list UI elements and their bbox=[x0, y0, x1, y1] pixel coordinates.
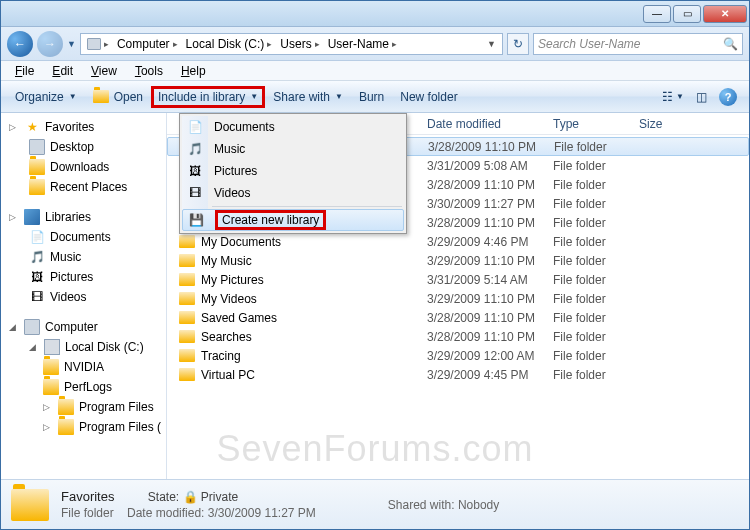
folder-icon bbox=[29, 159, 45, 175]
new-folder-button[interactable]: New folder bbox=[392, 86, 465, 108]
col-date[interactable]: Date modified bbox=[419, 117, 545, 131]
titlebar: — ▭ ✕ bbox=[1, 1, 749, 27]
menu-item-pictures[interactable]: 🖼Pictures bbox=[182, 160, 404, 182]
nav-music[interactable]: 🎵Music bbox=[1, 247, 166, 267]
nav-perflogs[interactable]: PerfLogs bbox=[1, 377, 166, 397]
details-pane: Favorites State: 🔒 Private File folder D… bbox=[1, 479, 749, 529]
file-date: 3/28/2009 11:10 PM bbox=[420, 140, 546, 154]
file-date: 3/29/2009 12:00 AM bbox=[419, 349, 545, 363]
folder-icon bbox=[11, 489, 49, 521]
menu-item-videos[interactable]: 🎞Videos bbox=[182, 182, 404, 204]
crumb-disk[interactable]: Local Disk (C:) bbox=[186, 37, 265, 51]
details-title: Favorites bbox=[61, 489, 114, 504]
menu-view[interactable]: View bbox=[83, 62, 125, 80]
file-type: File folder bbox=[545, 235, 631, 249]
table-row[interactable]: My Music3/29/2009 11:10 PMFile folder bbox=[167, 251, 749, 270]
preview-pane-button[interactable]: ◫ bbox=[690, 86, 713, 108]
nav-downloads[interactable]: Downloads bbox=[1, 157, 166, 177]
col-type[interactable]: Type bbox=[545, 117, 631, 131]
help-button[interactable]: ? bbox=[713, 84, 743, 110]
disk-icon bbox=[44, 339, 60, 355]
file-name: Tracing bbox=[201, 349, 241, 363]
minimize-button[interactable]: — bbox=[643, 5, 671, 23]
nav-documents[interactable]: 📄Documents bbox=[1, 227, 166, 247]
file-date: 3/31/2009 5:14 AM bbox=[419, 273, 545, 287]
organize-button[interactable]: Organize▼ bbox=[7, 86, 85, 108]
navigation-pane: ▷★Favorites Desktop Downloads Recent Pla… bbox=[1, 113, 167, 479]
menubar: FFileile Edit View Tools Help bbox=[1, 61, 749, 81]
computer-icon bbox=[24, 319, 40, 335]
nav-favorites[interactable]: ▷★Favorites bbox=[1, 117, 166, 137]
close-button[interactable]: ✕ bbox=[703, 5, 747, 23]
file-date: 3/31/2009 5:08 AM bbox=[419, 159, 545, 173]
nav-program-files[interactable]: ▷Program Files bbox=[1, 397, 166, 417]
menu-item-documents[interactable]: 📄Documents bbox=[182, 116, 404, 138]
file-name: Saved Games bbox=[201, 311, 277, 325]
nav-local-disk[interactable]: ◢Local Disk (C:) bbox=[1, 337, 166, 357]
table-row[interactable]: Saved Games3/28/2009 11:10 PMFile folder bbox=[167, 308, 749, 327]
table-row[interactable]: Virtual PC3/29/2009 4:45 PMFile folder bbox=[167, 365, 749, 384]
nav-libraries[interactable]: ▷Libraries bbox=[1, 207, 166, 227]
star-icon: ★ bbox=[24, 119, 40, 135]
back-button[interactable]: ← bbox=[7, 31, 33, 57]
file-name: Searches bbox=[201, 330, 252, 344]
file-type: File folder bbox=[545, 349, 631, 363]
open-button[interactable]: Open bbox=[85, 86, 151, 108]
file-name: My Videos bbox=[201, 292, 257, 306]
col-size[interactable]: Size bbox=[631, 117, 749, 131]
save-icon: 💾 bbox=[188, 212, 204, 228]
nav-videos[interactable]: 🎞Videos bbox=[1, 287, 166, 307]
table-row[interactable]: My Documents3/29/2009 4:46 PMFile folder bbox=[167, 232, 749, 251]
nav-computer[interactable]: ◢Computer bbox=[1, 317, 166, 337]
nav-nvidia[interactable]: NVIDIA bbox=[1, 357, 166, 377]
nav-program-files-x[interactable]: ▷Program Files ( bbox=[1, 417, 166, 437]
documents-icon: 📄 bbox=[29, 229, 45, 245]
refresh-button[interactable]: ↻ bbox=[507, 33, 529, 55]
include-in-library-button[interactable]: Include in library▼ bbox=[151, 86, 265, 108]
file-type: File folder bbox=[545, 273, 631, 287]
menu-item-create-new-library[interactable]: 💾Create new library bbox=[182, 209, 404, 231]
menu-tools[interactable]: Tools bbox=[127, 62, 171, 80]
folder-icon bbox=[58, 399, 74, 415]
file-date: 3/29/2009 4:45 PM bbox=[419, 368, 545, 382]
menu-file[interactable]: FFileile bbox=[7, 62, 42, 80]
history-dropdown-icon[interactable]: ▼ bbox=[67, 39, 76, 49]
forward-button[interactable]: → bbox=[37, 31, 63, 57]
libraries-icon bbox=[24, 209, 40, 225]
file-type: File folder bbox=[545, 159, 631, 173]
videos-icon: 🎞 bbox=[29, 289, 45, 305]
details-shared-label: Shared with: bbox=[388, 498, 455, 512]
breadcrumb[interactable]: ▸ Computer▸ Local Disk (C:)▸ Users▸ User… bbox=[80, 33, 503, 55]
file-date: 3/29/2009 11:10 PM bbox=[419, 292, 545, 306]
file-date: 3/28/2009 11:10 PM bbox=[419, 216, 545, 230]
breadcrumb-dropdown-icon[interactable]: ▼ bbox=[483, 39, 500, 49]
maximize-button[interactable]: ▭ bbox=[673, 5, 701, 23]
nav-pictures[interactable]: 🖼Pictures bbox=[1, 267, 166, 287]
videos-icon: 🎞 bbox=[187, 185, 203, 201]
crumb-username[interactable]: User-Name bbox=[328, 37, 389, 51]
menu-edit[interactable]: Edit bbox=[44, 62, 81, 80]
table-row[interactable]: Tracing3/29/2009 12:00 AMFile folder bbox=[167, 346, 749, 365]
pictures-icon: 🖼 bbox=[187, 163, 203, 179]
view-options-button[interactable]: ☷ ▼ bbox=[656, 86, 690, 108]
folder-icon bbox=[179, 292, 195, 305]
nav-desktop[interactable]: Desktop bbox=[1, 137, 166, 157]
menu-item-music[interactable]: 🎵Music bbox=[182, 138, 404, 160]
table-row[interactable]: My Pictures3/31/2009 5:14 AMFile folder bbox=[167, 270, 749, 289]
file-date: 3/29/2009 11:10 PM bbox=[419, 254, 545, 268]
table-row[interactable]: Searches3/28/2009 11:10 PMFile folder bbox=[167, 327, 749, 346]
crumb-users[interactable]: Users bbox=[280, 37, 311, 51]
burn-button[interactable]: Burn bbox=[351, 86, 392, 108]
folder-icon bbox=[179, 273, 195, 286]
file-type: File folder bbox=[545, 330, 631, 344]
search-icon: 🔍 bbox=[723, 37, 738, 51]
details-state-value: Private bbox=[201, 490, 238, 504]
share-with-button[interactable]: Share with▼ bbox=[265, 86, 351, 108]
details-subtitle: File folder bbox=[61, 506, 114, 520]
search-input[interactable]: Search User-Name 🔍 bbox=[533, 33, 743, 55]
crumb-computer[interactable]: Computer bbox=[117, 37, 170, 51]
menu-help[interactable]: Help bbox=[173, 62, 214, 80]
nav-recent-places[interactable]: Recent Places bbox=[1, 177, 166, 197]
file-type: File folder bbox=[545, 254, 631, 268]
table-row[interactable]: My Videos3/29/2009 11:10 PMFile folder bbox=[167, 289, 749, 308]
